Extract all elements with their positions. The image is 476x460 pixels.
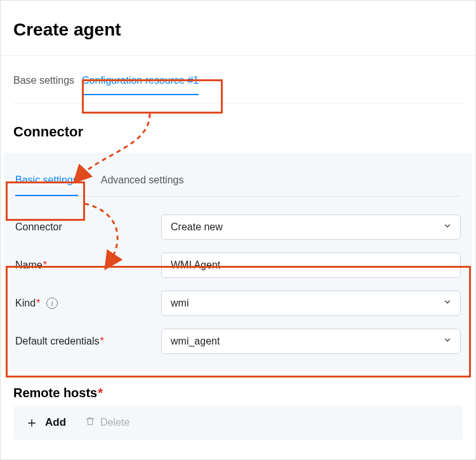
label-kind: Kind* i <box>15 298 161 309</box>
tab-base-settings[interactable]: Base settings <box>13 74 74 103</box>
section-remote-hosts-title: Remote hosts* <box>1 372 475 405</box>
label-text: Default credentials <box>15 336 100 347</box>
label-text: Connector <box>15 221 62 233</box>
section-connector-title: Connector <box>1 103 475 147</box>
plus-icon: ＋ <box>25 416 39 430</box>
outer-tabs: Base settings Configuration resource #1 <box>13 74 463 103</box>
select-default-credentials[interactable]: wmi_agent <box>161 329 461 354</box>
input-value: WMI Agent <box>161 253 461 278</box>
select-value: wmi_agent <box>161 329 461 354</box>
select-connector[interactable]: Create new <box>161 214 461 240</box>
row-kind: Kind* i wmi <box>15 284 461 322</box>
required-mark: * <box>100 336 104 347</box>
select-value: Create new <box>161 214 461 240</box>
label-text: Name <box>15 260 43 271</box>
input-name[interactable]: WMI Agent <box>161 253 461 278</box>
tab-configuration-resource[interactable]: Configuration resource #1 <box>82 74 199 103</box>
button-label: Add <box>45 416 66 429</box>
label-default-credentials: Default credentials* <box>15 336 161 347</box>
inner-tabs: Basic settings Advanced settings <box>15 174 461 197</box>
button-label: Delete <box>100 417 129 428</box>
subtab-advanced-settings[interactable]: Advanced settings <box>101 174 184 196</box>
label-text: Remote hosts <box>13 386 97 400</box>
row-connector: Connector Create new <box>15 208 461 246</box>
required-mark: * <box>43 260 47 271</box>
subtab-basic-settings[interactable]: Basic settings <box>15 174 78 196</box>
add-button[interactable]: ＋ Add <box>25 416 66 430</box>
tab-label: Base settings <box>13 75 74 86</box>
trash-icon <box>85 416 95 429</box>
select-value: wmi <box>161 291 461 316</box>
delete-button: Delete <box>85 416 129 429</box>
row-name: Name* WMI Agent <box>15 246 461 284</box>
label-name: Name* <box>15 260 161 271</box>
page-title: Create agent <box>1 1 475 55</box>
connector-panel: Basic settings Advanced settings Connect… <box>4 153 472 372</box>
required-mark: * <box>36 298 40 309</box>
label-text: Kind <box>15 298 36 309</box>
required-mark: * <box>98 386 103 400</box>
info-icon[interactable]: i <box>46 298 58 309</box>
select-kind[interactable]: wmi <box>161 291 461 316</box>
label-connector: Connector <box>15 221 161 233</box>
remote-hosts-toolbar: ＋ Add Delete <box>13 405 463 440</box>
row-default-credentials: Default credentials* wmi_agent <box>15 322 461 360</box>
tab-label: Configuration resource #1 <box>82 75 199 86</box>
